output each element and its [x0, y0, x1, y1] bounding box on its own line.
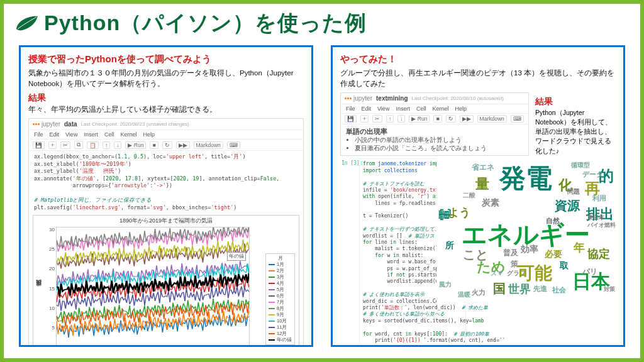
chart-title: 1890年から2019年まで福岡市の気温 — [33, 217, 299, 225]
wordcloud-word: 発電 — [499, 161, 552, 196]
menu-item[interactable]: Cell — [104, 131, 114, 138]
menu-item[interactable]: View — [377, 106, 389, 112]
chart-legend: 月1月2月3月4月5月6月7月8月9月10月11月12月年の値 — [265, 253, 295, 345]
wordcloud-word: 循環型 — [571, 161, 590, 170]
wordcloud-word: スマ — [491, 269, 503, 278]
notebook-menu: FileEditViewInsertCellKernelHelp — [29, 130, 303, 140]
paste-icon[interactable]: 📋 — [87, 141, 99, 149]
chart-ylabel: 温度 摂氏 — [35, 290, 43, 292]
menu-item[interactable]: File — [346, 106, 355, 112]
wordcloud-word: 策 — [511, 259, 518, 270]
wordcloud-word: バイオ燃料 — [587, 221, 616, 229]
left-panel: 授業で習ったPythonを使って調べてみよう 気象から福岡市の１３０年間の月別の… — [19, 45, 313, 347]
wordcloud-word: 温暖 — [458, 290, 470, 299]
wordcloud-word: 自然 — [546, 216, 560, 226]
notebook-checkpoint: Last Checkpoint: 2020/08/23 (unsaved cha… — [81, 121, 189, 127]
wordcloud-word: 対策 — [604, 285, 615, 293]
keyboard-icon[interactable]: ⌨ — [227, 141, 240, 149]
page-title: Python（パイソン）を使った例 — [44, 9, 367, 38]
menu-item[interactable]: Edit — [50, 131, 60, 138]
wordcloud: 発電エネルギー日本可能的再化量省エネよう電ことため国世界資源炭素排出年協定効率必… — [436, 158, 616, 304]
celltype-dropdown[interactable]: Markdown — [477, 115, 507, 123]
wordcloud-word: パリ — [582, 266, 597, 277]
restart-icon[interactable]: ↻ — [162, 141, 172, 149]
run-button[interactable]: ▶ Run — [409, 115, 430, 123]
celltype-dropdown[interactable]: Markdown — [194, 141, 223, 149]
wordcloud-word: 利用 — [592, 194, 606, 203]
chart-yticks: 302520151050 — [46, 227, 55, 347]
menu-item[interactable]: Kernel — [432, 106, 448, 112]
forward-icon[interactable]: ▶▶ — [176, 141, 190, 149]
md-bullet: 夏目漱石の小説「こころ」を読んでみましょう — [355, 145, 523, 153]
left-result-label: 結果 — [28, 92, 304, 104]
menu-item[interactable]: File — [34, 131, 43, 138]
menu-item[interactable]: View — [65, 131, 77, 138]
notebook-toolbar: 💾 + ✂ ⧉ 📋 ↑ ↓ ▶ Run ■ ↻ ▶▶ Markdown ⌨ — [29, 140, 303, 151]
wordcloud-word: 問題 — [567, 187, 580, 196]
chart-annotation: 年の値 — [227, 252, 246, 261]
leaf-icon — [14, 14, 39, 33]
in-prompt: In [3]: — [341, 160, 363, 166]
wordcloud-word: 取 — [560, 260, 569, 272]
notebook-checkpoint: Last Checkpoint: 2020/08/10 (autosaved) — [412, 96, 504, 101]
run-button[interactable]: ▶ Run — [125, 141, 146, 149]
right-lead: グループで分担し、再生エネルギー関連のビデオ（13 本）を視聴し、その要約を作成… — [340, 68, 616, 89]
stop-icon[interactable]: ■ — [433, 115, 441, 123]
add-icon[interactable]: + — [48, 141, 57, 149]
wordcloud-word: 所 — [445, 240, 454, 251]
md-bullet: 小説の中の単語の出現率を計算しよう — [355, 136, 523, 145]
menu-item[interactable]: Cell — [416, 106, 426, 112]
wordcloud-word: 協定 — [587, 246, 610, 261]
menu-item[interactable]: Insert — [396, 106, 410, 112]
wordcloud-word: 風力 — [439, 280, 452, 289]
wordcloud-word: 二酸 — [463, 191, 475, 200]
right-result-text: Python（Jupyter Notebook）を利用して、単語の出現率を抽出し… — [535, 108, 616, 156]
notebook-menu: FileEditViewInsertCellKernelHelp — [341, 104, 528, 114]
md-title: 単語の出現率 — [346, 127, 523, 136]
wordcloud-word: 電 — [436, 209, 453, 221]
wordcloud-word: 省エネ — [472, 162, 494, 173]
up-icon[interactable]: ↑ — [103, 141, 110, 149]
wordcloud-word: 先進 — [533, 284, 547, 293]
code-cell-left: ax.legend(bbox_to_anchor=(1.1, 0.5), loc… — [29, 151, 303, 214]
stop-icon[interactable]: ■ — [150, 141, 158, 149]
cut-icon[interactable]: ✂ — [60, 141, 70, 149]
wordcloud-word: 東日本 — [587, 214, 604, 222]
wordcloud-word: 量 — [475, 175, 489, 194]
wordcloud-word: 炭素 — [482, 197, 499, 209]
left-heading: 授業で習ったPythonを使って調べてみよう — [28, 53, 304, 65]
down-icon[interactable]: ↓ — [114, 141, 121, 149]
menu-item[interactable]: Help — [455, 106, 467, 112]
chart-plot-area — [56, 227, 250, 347]
menu-item[interactable]: Insert — [84, 131, 98, 138]
menu-item[interactable]: Help — [143, 131, 155, 138]
save-icon[interactable]: 💾 — [345, 115, 357, 123]
markdown-cell: 単語の出現率 小説の中の単語の出現率を計算しよう夏目漱石の小説「こころ」を読んで… — [341, 124, 528, 155]
wordcloud-word: 効率 — [521, 244, 538, 255]
line-chart: 1890年から2019年まで福岡市の気温 温度 摂氏 302520151050 … — [33, 215, 299, 347]
cut-icon[interactable]: ✂ — [372, 115, 382, 123]
up-icon[interactable]: ↑ — [386, 115, 394, 123]
wordcloud-word: 火力 — [472, 288, 486, 297]
down-icon[interactable]: ↓ — [397, 115, 405, 123]
menu-item[interactable]: Kernel — [120, 131, 136, 138]
wordcloud-word: 年 — [574, 240, 585, 255]
add-icon[interactable]: + — [360, 115, 369, 123]
keyboard-icon[interactable]: ⌨ — [511, 115, 524, 123]
title-row: Python（パイソン）を使った例 — [4, 4, 640, 40]
copy-icon[interactable]: ⧉ — [74, 141, 83, 149]
wordcloud-word: 社会 — [552, 285, 566, 295]
right-heading: やってみた！ — [340, 53, 616, 65]
forward-icon[interactable]: ▶▶ — [460, 115, 474, 123]
left-result-text: 年々、年平均の気温が上昇している様子が確認できる。 — [28, 105, 304, 114]
notebook-header: jupyter textmining Last Checkpoint: 2020… — [341, 93, 528, 104]
right-panel: やってみた！ グループで分担し、再生エネルギー関連のビデオ（13 本）を視聴し、… — [331, 45, 625, 347]
wordcloud-word: 必要 — [545, 249, 562, 260]
wordcloud-word: グラフ — [507, 269, 526, 278]
notebook-name: textmining — [376, 95, 408, 102]
menu-item[interactable]: Edit — [362, 106, 372, 112]
wordcloud-word: 普及 — [503, 248, 518, 258]
save-icon[interactable]: 💾 — [33, 141, 45, 149]
restart-icon[interactable]: ↻ — [446, 115, 456, 123]
right-result-box: 結果 Python（Jupyter Notebook）を利用して、単語の出現率を… — [535, 92, 616, 156]
